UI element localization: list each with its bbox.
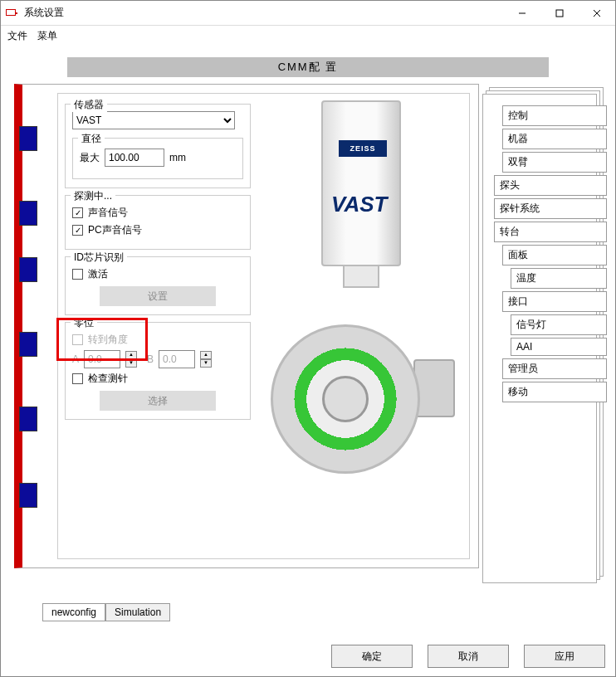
b-spinner: ▲▼ [200, 351, 212, 368]
zero-group: 零位 转到角度 A ▲▼ B ▲▼ [65, 322, 251, 420]
check-stylus-checkbox[interactable] [72, 373, 83, 384]
pc-sound-checkbox[interactable] [72, 225, 83, 236]
content: 传感器 VAST 直径 最大 mm [7, 84, 609, 598]
sensor-group-label: 传感器 [71, 98, 107, 112]
sound-checkbox[interactable] [72, 207, 83, 218]
menu-menu[interactable]: 菜单 [37, 29, 57, 43]
window: 系统设置 文件 菜单 CMM配 置 [0, 0, 616, 677]
apply-button[interactable]: 应用 [524, 645, 605, 668]
b-label: B [147, 353, 154, 365]
cancel-button[interactable]: 取消 [428, 645, 509, 668]
probing-group-label: 探测中... [71, 189, 115, 203]
maximize-button[interactable] [540, 1, 578, 26]
side-tab-1[interactable] [19, 126, 37, 151]
nav-tab-6[interactable]: 面板 [502, 245, 607, 265]
settings-button: 设置 [100, 286, 216, 306]
sensor-select[interactable]: VAST [72, 111, 235, 129]
activate-label: 激活 [88, 267, 108, 281]
form-region: 传感器 VAST 直径 最大 mm [57, 93, 470, 559]
nav-tab-2[interactable]: 双臂 [502, 152, 607, 173]
unit-label: mm [169, 152, 186, 163]
max-label: 最大 [80, 151, 100, 165]
tab-newconfig[interactable]: newconfig [42, 603, 105, 621]
adapter-image [266, 309, 448, 492]
nav-tab-12[interactable]: 移动 [502, 382, 607, 402]
zero-group-label: 零位 [71, 316, 97, 330]
page-title: CMM配 置 [67, 57, 549, 77]
side-tab-2[interactable] [19, 201, 37, 226]
nav-tab-1[interactable]: 机器 [502, 129, 607, 149]
chip-id-group: ID芯片识别 激活 设置 [65, 256, 251, 315]
check-stylus-label: 检查测针 [88, 372, 128, 386]
titlebar: 系统设置 [1, 1, 615, 26]
side-tab-4[interactable] [19, 332, 37, 357]
sensor-group: 传感器 VAST 直径 最大 mm [65, 104, 251, 188]
side-tab-3[interactable] [19, 257, 37, 282]
svg-rect-1 [556, 10, 563, 17]
nav-tab-4[interactable]: 探针系统 [494, 198, 607, 219]
main-panel: 传感器 VAST 直径 最大 mm [14, 84, 479, 568]
ok-button[interactable]: 确定 [331, 645, 413, 668]
max-diameter-input[interactable] [105, 149, 164, 167]
tab-simulation[interactable]: Simulation [105, 603, 170, 621]
sound-label: 声音信号 [88, 206, 128, 220]
bottom-tabs: newconfig Simulation [42, 603, 170, 621]
nav-tab-7[interactable]: 温度 [511, 268, 607, 289]
side-tab-5[interactable] [19, 407, 37, 431]
nav-tab-3[interactable]: 探头 [494, 175, 607, 196]
rotate-checkbox [72, 334, 83, 345]
rotate-label: 转到角度 [88, 333, 128, 347]
activate-checkbox[interactable] [72, 269, 83, 280]
brand-badge: ZEISS [339, 140, 387, 157]
diameter-group-label: 直径 [78, 132, 105, 146]
footer: 确定 取消 应用 [331, 645, 605, 668]
a-input [84, 350, 120, 368]
chip-id-group-label: ID芯片识别 [71, 251, 127, 265]
probe-image: ZEISS VAST [313, 100, 409, 291]
nav-tab-11[interactable]: 管理员 [502, 358, 607, 379]
pc-sound-label: PC声音信号 [88, 223, 142, 237]
probing-group: 探测中... 声音信号 PC声音信号 [65, 195, 251, 250]
nav-tab-8[interactable]: 接口 [502, 291, 607, 312]
a-spinner: ▲▼ [125, 351, 137, 368]
select-button: 选择 [100, 391, 216, 411]
side-tab-6[interactable] [19, 483, 37, 508]
minimize-button[interactable] [503, 1, 540, 26]
menu-file[interactable]: 文件 [7, 29, 27, 43]
nav-tab-0[interactable]: 控制 [502, 105, 607, 126]
model-logo: VAST [331, 192, 387, 217]
app-icon [6, 9, 19, 17]
image-column: ZEISS VAST [266, 100, 457, 492]
window-title: 系统设置 [24, 6, 503, 20]
b-input [159, 350, 195, 368]
nav-tabs: 控制机器双臂探头探针系统转台面板温度接口信号灯AAI管理员移动 [494, 105, 607, 405]
nav-tab-5[interactable]: 转台 [494, 222, 607, 242]
nav-tab-10[interactable]: AAI [511, 338, 607, 356]
menubar: 文件 菜单 [1, 26, 615, 46]
close-button[interactable] [578, 1, 615, 26]
nav-tab-9[interactable]: 信号灯 [511, 314, 607, 335]
a-label: A [72, 353, 79, 365]
